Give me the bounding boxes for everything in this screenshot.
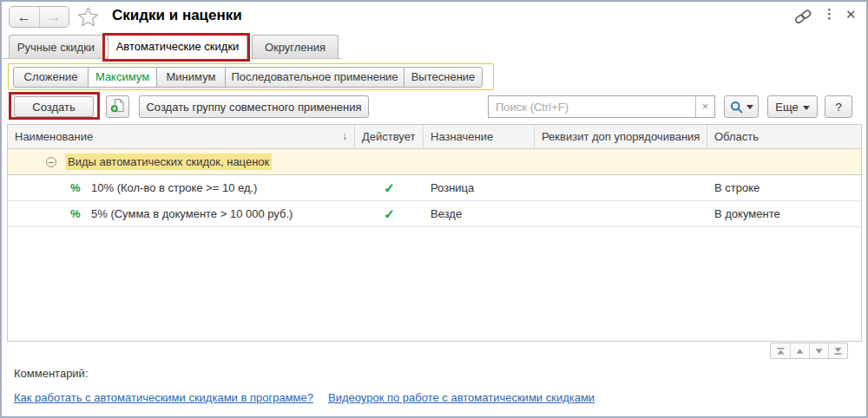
tab-label: Автоматические скидки xyxy=(116,40,240,53)
chevron-down-icon xyxy=(746,105,753,109)
mode-sequential-button[interactable]: Последовательное применение xyxy=(225,67,404,88)
back-arrow-icon: ← xyxy=(17,10,31,24)
new-group-icon xyxy=(110,98,125,113)
column-header-name[interactable]: Наименование ↓ xyxy=(8,125,355,148)
comment-label: Комментарий: xyxy=(14,367,89,380)
table-row[interactable]: % 10% (Кол-во в строке >= 10 ед.) ✓ Розн… xyxy=(8,175,861,201)
collapse-minus-icon[interactable] xyxy=(46,157,56,167)
mode-displacement-button[interactable]: Вытеснение xyxy=(404,67,483,88)
tab-manual-discounts[interactable]: Ручные скидки xyxy=(9,35,103,58)
help-button[interactable]: ? xyxy=(825,95,852,118)
back-button[interactable]: ← xyxy=(10,7,39,27)
page-title: Скидки и наценки xyxy=(112,7,242,24)
chevron-down-icon xyxy=(803,106,810,110)
column-header-scope[interactable]: Область xyxy=(707,125,861,148)
forward-arrow-icon: → xyxy=(47,10,61,24)
active-checkmark-icon: ✓ xyxy=(355,175,424,200)
scope-cell: В строке xyxy=(707,175,861,200)
create-joint-group-button[interactable]: Создать группу совместного применения xyxy=(139,95,369,118)
mode-maximum-button[interactable]: Максимум xyxy=(88,67,157,88)
scroll-bottom-icon xyxy=(833,347,843,356)
more-button[interactable]: Еще xyxy=(767,95,818,118)
column-header-purpose[interactable]: Назначение xyxy=(424,125,535,148)
mode-minimum-button[interactable]: Минимум xyxy=(156,67,226,88)
scroll-down-icon xyxy=(814,347,824,356)
extra-order-cell xyxy=(535,175,707,200)
table-row[interactable]: % 5% (Сумма в документе > 10 000 руб.) ✓… xyxy=(8,201,861,227)
forward-button[interactable]: → xyxy=(39,7,69,27)
search-box: × xyxy=(488,95,715,118)
column-label: Наименование xyxy=(15,130,93,143)
combine-mode-group: Сложение Максимум Минимум Последовательн… xyxy=(8,63,494,90)
extra-order-cell xyxy=(535,201,707,226)
scroll-top-button[interactable] xyxy=(771,343,790,358)
scroll-top-icon xyxy=(776,347,786,356)
history-nav: ← → xyxy=(9,6,69,28)
percent-icon: % xyxy=(70,175,81,200)
purpose-cell: Розница xyxy=(424,175,535,200)
app-window: ← → Скидки и наценки ⋮ ✕ Ручные скидки А… xyxy=(0,0,868,418)
purpose-cell: Везде xyxy=(424,201,535,226)
scope-cell: В документе xyxy=(707,201,861,226)
table-header: Наименование ↓ Действует Назначение Рекв… xyxy=(8,125,861,149)
row-navigation-group xyxy=(770,343,848,359)
scroll-bottom-button[interactable] xyxy=(828,343,847,358)
clear-icon: × xyxy=(702,101,708,113)
scroll-down-button[interactable] xyxy=(809,343,828,358)
create-button[interactable]: Создать xyxy=(14,96,94,117)
sort-descending-icon: ↓ xyxy=(342,125,347,148)
discount-name: 10% (Кол-во в строке >= 10 ед.) xyxy=(91,175,257,200)
close-icon: ✕ xyxy=(845,7,857,22)
scroll-up-icon xyxy=(795,347,805,356)
group-row[interactable]: Виды автоматических скидок, наценок xyxy=(8,149,861,175)
tab-label: Ручные скидки xyxy=(17,41,95,54)
search-input[interactable] xyxy=(489,96,695,117)
link-icon xyxy=(793,9,812,24)
percent-icon: % xyxy=(70,201,81,226)
favorite-star-icon[interactable] xyxy=(76,5,100,29)
tab-rounding[interactable]: Округления xyxy=(252,35,339,58)
group-row-label: Виды автоматических скидок, наценок xyxy=(65,153,272,170)
kebab-menu-icon: ⋮ xyxy=(823,6,836,21)
copy-link-button[interactable] xyxy=(793,9,812,27)
active-checkmark-icon: ✓ xyxy=(355,201,424,226)
create-group-icon-button[interactable] xyxy=(106,95,129,118)
mode-addition-button[interactable]: Сложение xyxy=(13,67,89,88)
discount-name: 5% (Сумма в документе > 10 000 руб.) xyxy=(91,201,293,226)
column-header-active[interactable]: Действует xyxy=(355,125,424,148)
column-header-extra-order[interactable]: Реквизит доп упорядочивания xyxy=(535,125,707,148)
close-button[interactable]: ✕ xyxy=(845,7,857,23)
more-label: Еще xyxy=(775,101,798,114)
search-clear-button[interactable]: × xyxy=(695,96,714,117)
discounts-table: Наименование ↓ Действует Назначение Рекв… xyxy=(7,124,862,342)
kebab-menu-button[interactable]: ⋮ xyxy=(823,6,836,22)
magnifier-icon xyxy=(730,101,743,114)
video-tutorial-link[interactable]: Видеоурок по работе с автоматическими ск… xyxy=(328,391,595,404)
how-to-work-link[interactable]: Как работать с автоматическими скидками … xyxy=(14,391,313,404)
tab-label: Округления xyxy=(265,41,326,54)
search-options-button[interactable] xyxy=(724,95,759,118)
tab-auto-discounts[interactable]: Автоматические скидки xyxy=(108,33,247,59)
scroll-up-button[interactable] xyxy=(790,343,809,358)
